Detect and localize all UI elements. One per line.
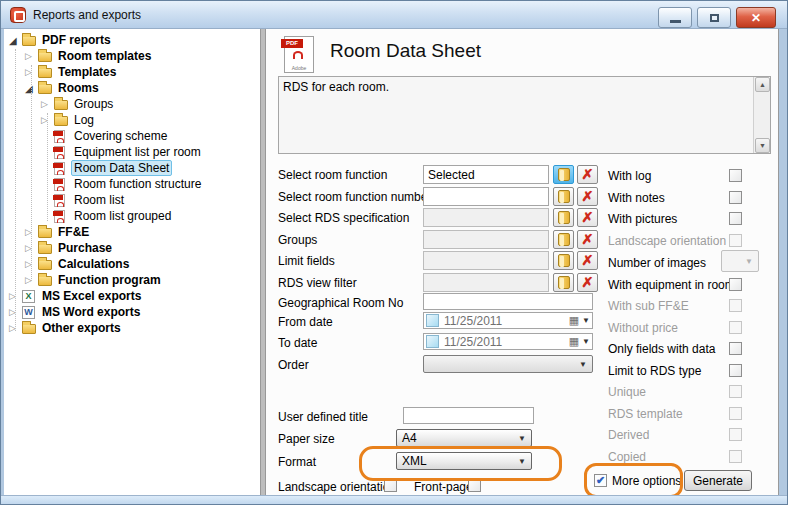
- with-equipment-in-room-checkbox[interactable]: [729, 278, 742, 291]
- tree-item-room-function-structure[interactable]: Room function structure: [4, 176, 260, 192]
- groups-clear-button[interactable]: ✗: [577, 230, 598, 249]
- pdf-icon: [54, 162, 71, 175]
- with-equipment-in-room-label: With equipment in room: [608, 275, 735, 294]
- folder-icon: [38, 226, 55, 238]
- chevron-down-icon[interactable]: ▼: [579, 337, 590, 346]
- limit-fields-label: Limit fields: [278, 251, 335, 270]
- groups-field: [423, 230, 549, 249]
- tree-item-function-program[interactable]: ▷ Function program: [4, 272, 260, 288]
- folder-icon: [558, 168, 570, 181]
- tree-item-room-list[interactable]: Room list: [4, 192, 260, 208]
- pdf-icon: [54, 178, 71, 191]
- scroll-up-icon[interactable]: ▲: [755, 77, 770, 92]
- limit-fields-field: [423, 251, 549, 270]
- tree-item-room-list-grouped[interactable]: Room list grouped: [4, 208, 260, 224]
- landscape-orientation-bottom-label: Landscape orientation: [278, 477, 396, 496]
- user-defined-title-field[interactable]: [403, 407, 534, 424]
- only-fields-with-data-label: Only fields with data: [608, 339, 715, 358]
- only-fields-with-data-checkbox[interactable]: [729, 342, 742, 355]
- chevron-down-icon: ▼: [515, 434, 526, 443]
- tree-item-covering-scheme[interactable]: Covering scheme: [4, 128, 260, 144]
- word-icon: W: [22, 306, 39, 319]
- from-date-checkbox[interactable]: [426, 314, 439, 327]
- close-button[interactable]: ✕: [736, 7, 776, 28]
- select-room-function-number-field[interactable]: [423, 187, 549, 206]
- folder-icon: [558, 276, 570, 289]
- tree-item-pdf-reports[interactable]: ◢ PDF reports: [4, 32, 260, 48]
- from-date-field[interactable]: 11/25/2011 ▦ ▼: [423, 312, 593, 329]
- copied-label: Copied: [608, 447, 646, 466]
- tree-item-room-data-sheet[interactable]: Room Data Sheet: [4, 160, 260, 176]
- tree-item-rooms[interactable]: ◢ Rooms: [4, 80, 260, 96]
- window-title: Reports and exports: [33, 8, 141, 22]
- tree-item-log[interactable]: ▷ Log: [4, 112, 260, 128]
- to-date-checkbox[interactable]: [426, 335, 439, 348]
- tree-item-ffe[interactable]: ▷ FF&E: [4, 224, 260, 240]
- with-log-checkbox[interactable]: [729, 169, 742, 182]
- collapsed-arrow-icon[interactable]: ▷: [41, 99, 54, 109]
- format-dropdown[interactable]: XML ▼: [396, 452, 532, 470]
- clear-x-icon: ✗: [581, 254, 594, 268]
- paper-size-dropdown[interactable]: A4 ▼: [396, 429, 532, 447]
- window-bottom-border: [1, 495, 787, 504]
- landscape-orientation-option-label: Landscape orientation: [608, 231, 726, 250]
- select-room-function-browse-button[interactable]: [553, 165, 574, 184]
- tree-item-ms-excel-exports[interactable]: ▷ X MS Excel exports: [4, 288, 260, 304]
- clear-x-icon: ✗: [581, 168, 594, 182]
- geographical-room-no-field[interactable]: [423, 293, 593, 310]
- minimize-button[interactable]: [658, 7, 692, 28]
- limit-fields-browse-button[interactable]: [553, 251, 574, 270]
- number-of-images-label: Number of images: [608, 253, 706, 272]
- clear-x-icon: ✗: [581, 233, 594, 247]
- collapsed-arrow-icon[interactable]: ▷: [25, 51, 38, 61]
- generate-button[interactable]: Generate: [684, 470, 752, 491]
- limit-fields-clear-button[interactable]: ✗: [577, 251, 598, 270]
- landscape-orientation-bottom-checkbox[interactable]: [384, 479, 397, 492]
- tree-item-groups[interactable]: ▷ Groups: [4, 96, 260, 112]
- paper-size-label: Paper size: [278, 429, 335, 448]
- report-detail-panel: PDF Adobe Room Data Sheet RDS for each r…: [266, 29, 779, 495]
- description-box[interactable]: RDS for each room. ▲ ▼: [278, 76, 771, 154]
- calendar-icon: ▦: [569, 315, 579, 326]
- front-page-checkbox[interactable]: [468, 479, 481, 492]
- chevron-down-icon[interactable]: ▼: [579, 316, 590, 325]
- tree-item-purchase[interactable]: ▷ Purchase: [4, 240, 260, 256]
- description-scrollbar[interactable]: ▲ ▼: [753, 77, 770, 153]
- maximize-button[interactable]: [697, 7, 731, 28]
- select-room-function-number-browse-button[interactable]: [553, 187, 574, 206]
- with-sub-ffe-checkbox: [729, 299, 742, 312]
- tree-item-room-templates[interactable]: ▷ Room templates: [4, 48, 260, 64]
- folder-icon: [558, 233, 570, 246]
- clear-x-icon: ✗: [581, 211, 594, 225]
- without-price-checkbox: [729, 321, 742, 334]
- with-pictures-checkbox[interactable]: [729, 212, 742, 225]
- tree-item-calculations[interactable]: ▷ Calculations: [4, 256, 260, 272]
- order-label: Order: [278, 355, 309, 374]
- select-room-function-field[interactable]: Selected: [423, 165, 549, 184]
- clear-x-icon: ✗: [581, 190, 594, 204]
- select-room-function-clear-button[interactable]: ✗: [577, 165, 598, 184]
- to-date-field[interactable]: 11/25/2011 ▦ ▼: [423, 333, 593, 350]
- rds-view-filter-browse-button[interactable]: [553, 273, 574, 292]
- rds-view-filter-clear-button[interactable]: ✗: [577, 273, 598, 292]
- tree-item-equipment-list-per-room[interactable]: Equipment list per room: [4, 144, 260, 160]
- tree-guide-line: [47, 113, 48, 221]
- tree-item-other-exports[interactable]: ▷ Other exports: [4, 320, 260, 336]
- more-options-checkbox[interactable]: ✔: [594, 474, 607, 487]
- select-room-function-number-clear-button[interactable]: ✗: [577, 187, 598, 206]
- select-rds-specification-clear-button[interactable]: ✗: [577, 208, 598, 227]
- limit-to-rds-type-checkbox[interactable]: [729, 364, 742, 377]
- select-rds-specification-label: Select RDS specification: [278, 208, 409, 227]
- expanded-arrow-icon[interactable]: ◢: [9, 35, 22, 46]
- scroll-down-icon[interactable]: ▼: [755, 138, 770, 153]
- tree-item-ms-word-exports[interactable]: ▷ W MS Word exports: [4, 304, 260, 320]
- with-log-label: With log: [608, 166, 651, 185]
- order-dropdown[interactable]: ▼: [423, 355, 593, 373]
- with-notes-checkbox[interactable]: [729, 191, 742, 204]
- description-text: RDS for each room.: [283, 80, 389, 94]
- tree-item-templates[interactable]: ▷ Templates: [4, 64, 260, 80]
- derived-checkbox: [729, 428, 742, 441]
- groups-browse-button[interactable]: [553, 230, 574, 249]
- select-rds-specification-browse-button[interactable]: [553, 208, 574, 227]
- chevron-down-icon: ▼: [742, 257, 753, 266]
